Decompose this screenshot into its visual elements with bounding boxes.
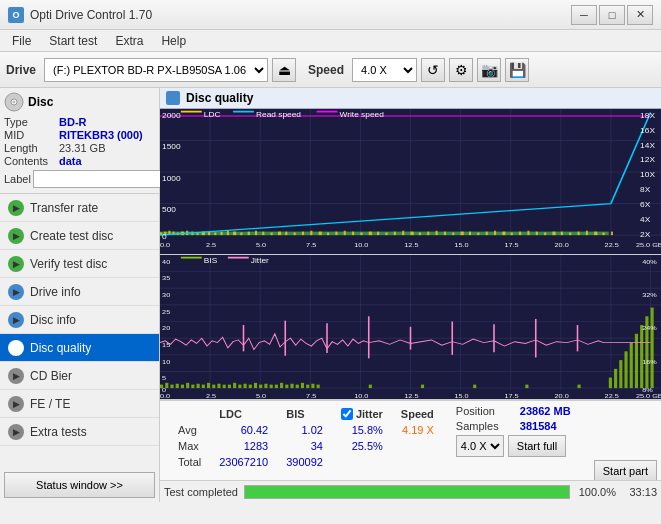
status-text: Test completed <box>164 486 238 498</box>
disc-length-value: 23.31 GB <box>59 142 105 154</box>
svg-rect-66 <box>502 232 505 236</box>
sidebar-item-verify-test-disc[interactable]: ▶ Verify test disc <box>0 250 159 278</box>
svg-rect-72 <box>552 232 555 236</box>
svg-rect-147 <box>249 384 252 388</box>
maximize-button[interactable]: □ <box>599 5 625 25</box>
svg-text:10.0: 10.0 <box>354 242 368 248</box>
svg-rect-141 <box>217 383 220 387</box>
position-value: 23862 MB <box>520 405 571 417</box>
svg-rect-172 <box>640 325 643 388</box>
sidebar-item-disc-info[interactable]: ▶ Disc info <box>0 306 159 334</box>
save-button[interactable]: 💾 <box>505 58 529 82</box>
extra-tests-label: Extra tests <box>30 425 87 439</box>
chart-header: Disc quality <box>160 88 661 109</box>
svg-text:12X: 12X <box>640 156 655 164</box>
svg-rect-78 <box>603 232 605 235</box>
eject-button[interactable]: ⏏ <box>272 58 296 82</box>
svg-rect-150 <box>264 383 267 387</box>
svg-rect-144 <box>233 382 236 387</box>
svg-text:20: 20 <box>162 324 170 330</box>
svg-text:Jitter: Jitter <box>251 256 270 264</box>
progress-area: Test completed 100.0% 33:13 <box>160 480 661 502</box>
stats-right: Position 23862 MB Samples 381584 4.0 X 2… <box>452 401 661 480</box>
chart-header-icon <box>166 91 180 105</box>
start-part-button[interactable]: Start part <box>594 460 657 482</box>
disc-contents-label: Contents <box>4 155 59 167</box>
svg-rect-169 <box>624 351 627 388</box>
svg-rect-145 <box>238 384 241 388</box>
camera-button[interactable]: 📷 <box>477 58 501 82</box>
svg-rect-165 <box>578 384 581 388</box>
speed-select-stats[interactable]: 4.0 X 2.0 X <box>456 435 504 457</box>
svg-rect-33 <box>233 232 236 236</box>
menu-file[interactable]: File <box>4 32 39 50</box>
jitter-label: Jitter <box>356 408 383 420</box>
svg-text:16X: 16X <box>640 126 655 134</box>
svg-rect-71 <box>544 232 546 235</box>
svg-rect-160 <box>317 384 320 388</box>
sidebar-item-extra-tests[interactable]: ▶ Extra tests <box>0 418 159 446</box>
speed-select[interactable]: 4.0 X 2.0 X 1.0 X <box>352 58 417 82</box>
menu-help[interactable]: Help <box>153 32 194 50</box>
disc-quality-icon: ▶ <box>8 340 24 356</box>
refresh-button[interactable]: ↺ <box>421 58 445 82</box>
sidebar-item-cd-bier[interactable]: ▶ CD Bier <box>0 362 159 390</box>
svg-rect-47 <box>344 231 346 235</box>
close-button[interactable]: ✕ <box>627 5 653 25</box>
svg-text:12.5: 12.5 <box>404 242 418 248</box>
svg-rect-161 <box>369 384 372 388</box>
max-label: Max <box>170 439 209 453</box>
svg-rect-209 <box>181 256 202 258</box>
svg-rect-65 <box>494 231 496 235</box>
content-area: Disc quality <box>160 88 661 502</box>
svg-text:20.0: 20.0 <box>555 392 569 398</box>
svg-rect-41 <box>294 232 296 235</box>
start-full-button[interactable]: Start full <box>508 435 566 457</box>
svg-rect-154 <box>285 384 288 388</box>
menu-extra[interactable]: Extra <box>107 32 151 50</box>
sidebar-item-create-test-disc[interactable]: ▶ Create test disc <box>0 222 159 250</box>
svg-rect-166 <box>609 377 612 388</box>
svg-rect-39 <box>278 232 281 236</box>
svg-rect-149 <box>259 384 262 388</box>
svg-rect-62 <box>469 232 471 236</box>
svg-rect-70 <box>536 232 538 236</box>
svg-rect-73 <box>561 232 563 236</box>
svg-rect-44 <box>319 232 322 236</box>
sidebar-item-fe-te[interactable]: ▶ FE / TE <box>0 390 159 418</box>
drive-info-label: Drive info <box>30 285 81 299</box>
disc-type-value: BD-R <box>59 116 87 128</box>
menu-start-test[interactable]: Start test <box>41 32 105 50</box>
fe-te-icon: ▶ <box>8 396 24 412</box>
cd-bier-label: CD Bier <box>30 369 72 383</box>
settings-button[interactable]: ⚙ <box>449 58 473 82</box>
progress-bar-inner <box>245 486 569 498</box>
svg-rect-50 <box>369 232 372 236</box>
col-header-speed: Speed <box>393 407 442 421</box>
svg-text:17.5: 17.5 <box>504 392 518 398</box>
disc-contents-row: Contents data <box>4 155 155 167</box>
svg-rect-56 <box>419 232 421 235</box>
sidebar-item-drive-info[interactable]: ▶ Drive info <box>0 278 159 306</box>
minimize-button[interactable]: ─ <box>571 5 597 25</box>
svg-rect-79 <box>611 232 613 236</box>
avg-ldc: 60.42 <box>211 423 276 437</box>
jitter-checkbox[interactable] <box>341 408 353 420</box>
svg-text:1000: 1000 <box>162 174 181 182</box>
svg-rect-159 <box>311 383 314 387</box>
disc-mid-value: RITEKBR3 (000) <box>59 129 143 141</box>
stats-left: LDC BIS Jitter Speed <box>160 401 452 480</box>
app-icon: O <box>8 7 24 23</box>
sidebar-item-transfer-rate[interactable]: ▶ Transfer rate <box>0 194 159 222</box>
drive-select[interactable]: (F:) PLEXTOR BD-R PX-LB950SA 1.06 <box>44 58 268 82</box>
disc-label-input[interactable] <box>33 170 166 188</box>
svg-text:15: 15 <box>162 341 170 347</box>
svg-text:18X: 18X <box>640 111 655 119</box>
status-window-button[interactable]: Status window >> <box>4 472 155 498</box>
svg-rect-52 <box>385 232 387 235</box>
svg-rect-49 <box>360 232 362 235</box>
stats-total-row: Total 23067210 390092 <box>170 455 442 469</box>
sidebar-item-disc-quality[interactable]: ▶ Disc quality <box>0 334 159 362</box>
svg-rect-132 <box>170 384 173 388</box>
svg-rect-55 <box>411 232 414 236</box>
